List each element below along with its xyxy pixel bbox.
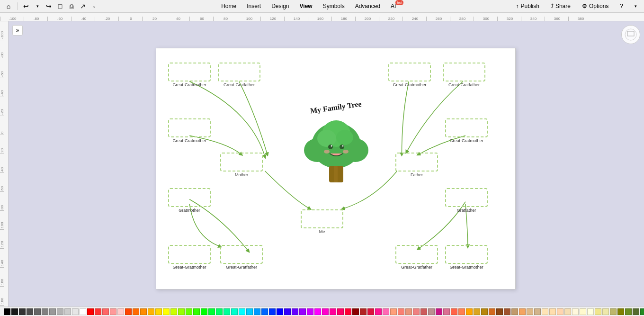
canvas-area[interactable]: » [9, 21, 644, 307]
sidebar-toggle[interactable]: » [12, 25, 23, 36]
color-swatch[interactable] [11, 308, 18, 315]
color-swatch[interactable] [640, 308, 644, 315]
color-swatch[interactable] [549, 308, 556, 315]
color-swatch[interactable] [625, 308, 632, 315]
color-swatch[interactable] [208, 308, 215, 315]
color-swatch[interactable] [420, 308, 427, 315]
color-swatch[interactable] [254, 308, 260, 315]
box-father[interactable] [395, 153, 438, 172]
nav-home[interactable]: Home [216, 2, 241, 10]
color-swatch[interactable] [398, 308, 404, 315]
color-swatch[interactable] [572, 308, 579, 315]
color-swatch[interactable] [246, 308, 253, 315]
collapse-button[interactable]: ▾ [631, 1, 640, 11]
color-swatch[interactable] [42, 308, 48, 315]
share-button[interactable]: ⤴ Share [547, 2, 574, 10]
box-gg-mother-tr[interactable] [388, 63, 431, 81]
color-swatch[interactable] [261, 308, 268, 315]
color-swatch[interactable] [178, 308, 185, 315]
color-swatch[interactable] [110, 308, 116, 315]
color-swatch[interactable] [19, 308, 26, 315]
color-swatch[interactable] [519, 308, 526, 315]
color-swatch[interactable] [201, 308, 207, 315]
color-swatch[interactable] [27, 308, 33, 315]
save-button[interactable]: □ [55, 1, 65, 11]
color-swatch[interactable] [186, 308, 192, 315]
color-swatch[interactable] [580, 308, 586, 315]
box-gg-father-bl2[interactable] [220, 245, 263, 264]
color-swatch[interactable] [383, 308, 389, 315]
box-g-mother-r[interactable] [445, 118, 488, 137]
color-swatch[interactable] [534, 308, 541, 315]
nav-symbols[interactable]: Symbols [318, 2, 349, 10]
color-swatch[interactable] [102, 308, 109, 315]
color-swatch[interactable] [375, 308, 382, 315]
box-gg-father-tl2[interactable] [218, 63, 260, 81]
color-swatch[interactable] [481, 308, 488, 315]
nav-design[interactable]: Design [267, 2, 294, 10]
color-swatch[interactable] [413, 308, 420, 315]
color-swatch[interactable] [428, 308, 435, 315]
color-swatch[interactable] [527, 308, 533, 315]
color-swatch[interactable] [140, 308, 147, 315]
more-button[interactable]: ⌄ [89, 1, 99, 11]
box-gg-mother-br2[interactable] [445, 245, 488, 264]
color-swatch[interactable] [489, 308, 495, 315]
page-canvas[interactable]: Great-Gratmother Great-Gratfather Great-… [156, 48, 516, 289]
color-swatch[interactable] [602, 308, 609, 315]
box-gg-mother-bl[interactable] [168, 245, 211, 264]
nav-advanced[interactable]: Advanced [350, 2, 385, 10]
color-swatch[interactable] [367, 308, 374, 315]
help-button[interactable]: ? [616, 2, 627, 10]
color-swatch[interactable] [345, 308, 351, 315]
color-swatch[interactable] [587, 308, 594, 315]
box-g-mother-l[interactable] [168, 118, 211, 137]
color-swatch[interactable] [57, 308, 63, 315]
color-swatch[interactable] [95, 308, 101, 315]
color-swatch[interactable] [80, 308, 86, 315]
color-swatch[interactable] [557, 308, 564, 315]
color-swatch[interactable] [352, 308, 359, 315]
color-swatch[interactable] [542, 308, 548, 315]
color-swatch[interactable] [163, 308, 170, 315]
color-swatch[interactable] [133, 308, 139, 315]
home-icon[interactable]: ⌂ [4, 1, 13, 11]
color-swatch[interactable] [224, 308, 230, 315]
color-swatch[interactable] [443, 308, 450, 315]
color-swatch[interactable] [117, 308, 124, 315]
color-swatch[interactable] [64, 308, 71, 315]
color-swatch[interactable] [34, 308, 41, 315]
color-swatch[interactable] [458, 308, 465, 315]
color-swatch[interactable] [148, 308, 154, 315]
box-mother[interactable] [220, 153, 263, 172]
color-swatch[interactable] [284, 308, 291, 315]
color-swatch[interactable] [633, 308, 639, 315]
color-swatch[interactable] [564, 308, 571, 315]
box-gg-father-br[interactable] [395, 245, 438, 264]
undo-dropdown[interactable]: ▾ [33, 1, 42, 11]
color-swatch[interactable] [330, 308, 336, 315]
color-swatch[interactable] [610, 308, 617, 315]
color-swatch[interactable] [337, 308, 344, 315]
box-me[interactable] [301, 209, 343, 228]
options-button[interactable]: ⚙ Options [578, 2, 612, 10]
color-swatch[interactable] [322, 308, 329, 315]
color-swatch[interactable] [496, 308, 503, 315]
color-swatch[interactable] [125, 308, 132, 315]
box-gg-mother-tl[interactable] [168, 63, 211, 81]
nav-ai[interactable]: AI hot [386, 2, 401, 10]
color-swatch[interactable] [239, 308, 245, 315]
undo-button[interactable]: ↩ [21, 1, 31, 11]
color-swatch[interactable] [231, 308, 238, 315]
minimap[interactable] [621, 25, 640, 44]
print-button[interactable]: ⎙ [67, 1, 76, 11]
color-swatch[interactable] [307, 308, 313, 315]
nav-view[interactable]: View [295, 2, 317, 10]
color-swatch[interactable] [72, 308, 79, 315]
box-grandmother[interactable] [168, 188, 211, 207]
color-swatch[interactable] [277, 308, 283, 315]
color-swatch[interactable] [4, 308, 10, 315]
color-swatch[interactable] [466, 308, 473, 315]
export-button[interactable]: ↗ [78, 1, 88, 11]
color-swatch[interactable] [299, 308, 306, 315]
